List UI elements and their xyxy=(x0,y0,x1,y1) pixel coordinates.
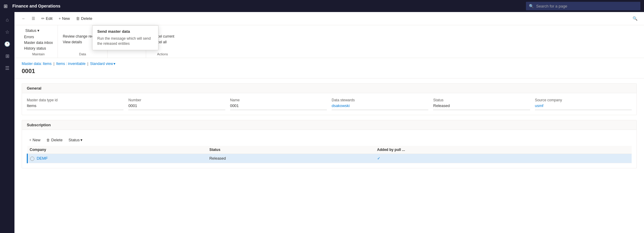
field-label-number: Number xyxy=(128,98,225,102)
subscription-new-button[interactable]: + New xyxy=(27,136,43,143)
breadcrumb: Master data: Items | Items : inventtable… xyxy=(22,62,637,66)
breadcrumb-item2[interactable]: Items : inventtable xyxy=(56,62,86,66)
search-input[interactable] xyxy=(536,4,637,8)
page-content: General Master data type id Items Number… xyxy=(14,83,644,176)
row-radio[interactable] xyxy=(30,157,34,161)
home-icon[interactable]: ⌂ xyxy=(1,14,13,25)
subscription-table: Company Status Added by pull ... DEMF Re… xyxy=(27,146,632,163)
field-label-name: Name xyxy=(230,98,327,102)
delete-icon: 🗑 xyxy=(76,16,80,21)
data-group-label: Data xyxy=(61,51,103,56)
search-page-icon: 🔍 xyxy=(633,16,638,21)
recent-icon[interactable]: 🕐 xyxy=(1,38,13,49)
subscription-toolbar: + New 🗑 Delete Status ▾ xyxy=(27,135,632,146)
general-section: General Master data type id Items Number… xyxy=(22,83,637,115)
field-value-status: Released xyxy=(433,103,530,110)
edit-button[interactable]: ✏ Edit xyxy=(39,15,55,22)
record-id: 0001 xyxy=(22,68,637,75)
list-icon[interactable]: ☰ xyxy=(1,63,13,73)
subscription-status-dropdown[interactable]: Status ▾ xyxy=(66,136,85,143)
field-label-data-stewards: Data stewards xyxy=(332,98,428,102)
actions-group-label: Actions xyxy=(150,51,176,56)
standard-view-dropdown[interactable]: Standard view ▾ xyxy=(90,62,115,66)
menu-button[interactable]: ☰ xyxy=(29,15,38,22)
checkmark-icon: ✓ xyxy=(377,156,380,161)
app-title: Finance and Operations xyxy=(12,4,60,8)
subscription-delete-button[interactable]: 🗑 Delete xyxy=(44,136,65,143)
page-header: Master data: Items | Items : inventtable… xyxy=(14,58,644,78)
chevron-down-icon: ▾ xyxy=(80,138,83,142)
field-value-number: 0001 xyxy=(128,103,225,110)
breadcrumb-item1[interactable]: Master data: Items xyxy=(22,62,52,66)
plus-icon: + xyxy=(58,16,61,21)
subscription-delete-label: Delete xyxy=(51,138,63,142)
chevron-down-icon: ▾ xyxy=(37,28,39,33)
field-master-data-type-id: Master data type id Items xyxy=(27,98,123,110)
standard-view-label: Standard view xyxy=(90,62,113,66)
field-value-source-company[interactable]: usmf xyxy=(535,103,632,110)
company-link[interactable]: DEMF xyxy=(37,156,48,161)
ribbon-maintain-items: Status ▾ Errors Master data inbox Histor… xyxy=(23,27,54,51)
field-value-name: 0001 xyxy=(230,103,327,110)
maintain-group-label: Maintain xyxy=(23,51,54,56)
favorites-icon[interactable]: ☆ xyxy=(1,26,13,37)
col-header-company: Company xyxy=(27,146,207,154)
field-label-source-company: Source company xyxy=(535,98,632,102)
field-value-data-stewards[interactable]: dsakowski xyxy=(332,103,428,110)
grid-menu-icon[interactable]: ⊞ xyxy=(4,3,8,9)
general-fields-grid: Master data type id Items Number 0001 Na… xyxy=(27,98,632,110)
send-group-label xyxy=(111,55,142,56)
cell-status: Released xyxy=(207,154,375,163)
field-name: Name 0001 xyxy=(230,98,327,110)
search-bar[interactable]: 🔍 xyxy=(526,2,640,10)
tooltip-title: Send master data xyxy=(97,29,153,34)
history-status-link[interactable]: History status xyxy=(23,46,54,51)
status-dropdown[interactable]: Status ▾ xyxy=(23,27,54,34)
field-label-master-data-type-id: Master data type id xyxy=(27,98,123,102)
delete-icon: 🗑 xyxy=(46,138,50,142)
status-label: Status xyxy=(25,28,36,33)
maintain-items-list: Status ▾ Errors Master data inbox Histor… xyxy=(23,27,54,51)
breadcrumb-sep1: | xyxy=(53,62,54,66)
subscription-new-label: New xyxy=(33,138,40,142)
errors-link[interactable]: Errors xyxy=(23,34,54,40)
field-status: Status Released xyxy=(433,98,530,110)
subscription-table-body: DEMF Released ✓ xyxy=(27,154,632,163)
col-header-added-by-pull: Added by pull ... xyxy=(375,146,632,154)
back-icon: ← xyxy=(22,16,26,21)
breadcrumb-sep2: | xyxy=(87,62,88,66)
cell-company: DEMF xyxy=(27,154,207,163)
edit-icon: ✏ xyxy=(41,16,45,21)
back-button[interactable]: ← xyxy=(19,15,28,22)
ribbon-group-maintain: Status ▾ Errors Master data inbox Histor… xyxy=(19,25,58,58)
main-content: ← ☰ ✏ Edit + New 🗑 Delete 🔍 Send master … xyxy=(14,12,644,233)
modules-icon[interactable]: ⊞ xyxy=(1,51,13,61)
subscription-table-header: Company Status Added by pull ... xyxy=(27,146,632,154)
general-section-header[interactable]: General xyxy=(22,84,636,93)
delete-button[interactable]: 🗑 Delete xyxy=(73,15,95,22)
action-bar: ← ☰ ✏ Edit + New 🗑 Delete 🔍 Send master … xyxy=(14,12,644,25)
field-value-master-data-type-id: Items xyxy=(27,103,123,110)
field-number: Number 0001 xyxy=(128,98,225,110)
new-button[interactable]: + New xyxy=(56,15,72,22)
tooltip-popup: Send master data Run the message which w… xyxy=(92,25,158,50)
col-header-status: Status xyxy=(207,146,375,154)
field-label-status: Status xyxy=(433,98,530,102)
cell-added-by-pull: ✓ xyxy=(375,154,632,163)
menu-icon: ☰ xyxy=(32,16,35,21)
general-section-body: Master data type id Items Number 0001 Na… xyxy=(22,93,636,115)
master-data-inbox-link[interactable]: Master data inbox xyxy=(23,40,54,45)
table-row[interactable]: DEMF Released ✓ xyxy=(27,154,632,163)
tooltip-description: Run the message which will send the rele… xyxy=(97,36,153,46)
search-page-button[interactable]: 🔍 xyxy=(631,15,639,22)
subscription-section-body: + New 🗑 Delete Status ▾ Comp xyxy=(22,130,636,168)
field-source-company: Source company usmf xyxy=(535,98,632,110)
sidebar: ⌂ ☆ 🕐 ⊞ ☰ xyxy=(0,12,14,233)
view-chevron-icon: ▾ xyxy=(114,62,115,66)
subscription-section-header[interactable]: Subscription xyxy=(22,120,636,130)
subscription-section: Subscription + New 🗑 Delete Status ▾ xyxy=(22,120,637,168)
field-data-stewards: Data stewards dsakowski xyxy=(332,98,428,110)
subscription-status-label: Status xyxy=(69,138,80,142)
top-navigation: ⊞ Finance and Operations 🔍 xyxy=(0,0,644,12)
search-icon: 🔍 xyxy=(529,4,534,8)
